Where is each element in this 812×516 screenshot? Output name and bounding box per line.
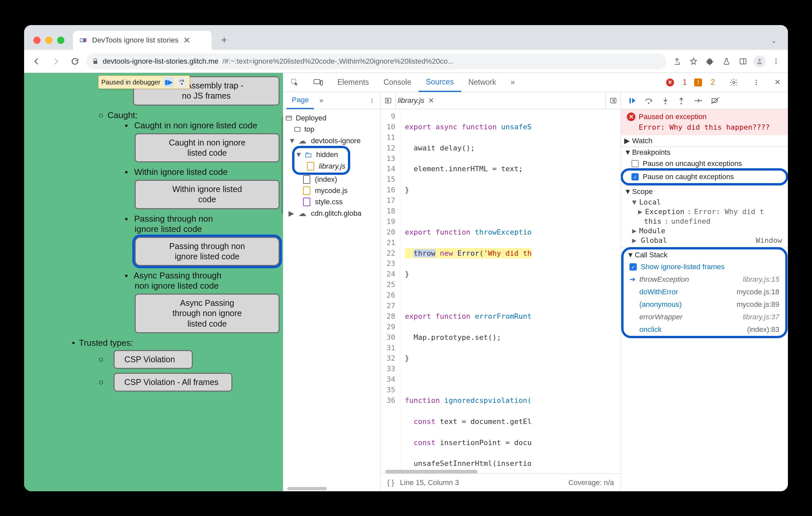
svg-rect-23	[630, 98, 631, 103]
checkbox-unchecked-icon[interactable]	[632, 160, 639, 167]
share-icon[interactable]	[670, 54, 684, 69]
deployed-icon	[285, 115, 292, 122]
sources-editor: library.js ✕ 910111213141516171819202122…	[381, 92, 621, 491]
inspect-icon[interactable]	[283, 73, 306, 92]
call-stack-frame[interactable]: doWithError mycode.js:18	[624, 286, 785, 298]
step-over-icon[interactable]	[645, 97, 653, 104]
pause-on-uncaught-row[interactable]: Pause on uncaught exceptions	[621, 158, 788, 169]
page-scrollbar-thumb[interactable]	[282, 116, 283, 215]
async-passing-heading-l2: non ignore listed code	[135, 281, 280, 291]
within-ignore-heading: Within ignore listed code	[125, 167, 280, 177]
call-stack-frame[interactable]: errorWrapper library.js:37	[624, 311, 785, 323]
call-stack-frame[interactable]: onclick (index):83	[624, 323, 785, 336]
tab-console[interactable]: Console	[376, 73, 418, 92]
step-icon[interactable]	[694, 97, 702, 104]
labs-icon[interactable]	[719, 54, 734, 69]
csp-violation-item: CSP Violation	[98, 348, 280, 371]
chrome-menu-icon[interactable]	[769, 54, 783, 69]
code-lines[interactable]: export async function unsafeS await dela…	[400, 109, 532, 474]
call-stack-section[interactable]: ▼Call Stack	[624, 249, 785, 261]
browser-tab[interactable]: DevTools ignore list stories ✕	[73, 31, 211, 50]
pretty-print-icon[interactable]: { }	[387, 478, 394, 487]
forward-button[interactable]	[48, 54, 64, 69]
debugger-step-icon[interactable]	[177, 77, 187, 87]
svg-point-12	[733, 81, 735, 84]
new-tab-button[interactable]: +	[215, 31, 233, 49]
passing-through-button[interactable]: Passing through non ignore listed code	[135, 237, 280, 266]
reload-button[interactable]	[67, 54, 83, 69]
step-into-icon[interactable]	[662, 97, 669, 104]
collapse-debugger-icon[interactable]	[605, 92, 620, 109]
devtools-menu-icon[interactable]	[745, 73, 767, 92]
scope-section[interactable]: ▼Scope	[621, 186, 788, 197]
debugger-resume-icon[interactable]: ▮▶	[164, 77, 174, 87]
step-out-icon[interactable]	[678, 97, 685, 104]
call-stack-frame[interactable]: (anonymous) mycode.js:89	[624, 298, 785, 311]
checkbox-checked-icon[interactable]: ✓	[632, 173, 639, 180]
csp-violation-button[interactable]: CSP Violation	[114, 350, 193, 369]
device-toolbar-icon[interactable]	[306, 73, 330, 92]
deactivate-breakpoints-icon[interactable]	[710, 97, 720, 104]
caught-heading: Caught:	[98, 110, 280, 120]
tab-sources[interactable]: Sources	[418, 73, 461, 92]
svg-point-16	[372, 98, 373, 99]
within-ignore-button[interactable]: Within ignore listed code	[135, 180, 280, 209]
paused-in-debugger-chip: Paused in debugger ▮▶	[98, 75, 190, 89]
call-stack-frame[interactable]: ➔ throwException library.js:15	[624, 273, 785, 286]
tree-file-mycode[interactable]: mycode.js	[285, 185, 378, 196]
cloud-icon	[297, 209, 308, 218]
tree-file-library[interactable]: library.js	[295, 161, 345, 172]
breakpoints-section[interactable]: ▼Breakpoints	[621, 147, 788, 158]
error-count-badge[interactable]: ✕ 1	[659, 73, 694, 92]
navigator-more-icon[interactable]: »	[314, 92, 328, 109]
tree-domain[interactable]: ▼ devtools-ignore	[285, 135, 378, 147]
close-window-button[interactable]	[33, 37, 40, 44]
favicon-icon	[79, 36, 87, 44]
navigator-scrollbar[interactable]	[283, 486, 380, 491]
editor-scrollbar[interactable]	[381, 469, 620, 474]
csp-violation-all-button[interactable]: CSP Violation - All frames	[114, 373, 232, 392]
maximize-window-button[interactable]	[57, 37, 64, 44]
tree-file-index[interactable]: (index)	[285, 174, 378, 185]
collapse-navigator-icon[interactable]	[381, 92, 396, 109]
tab-network[interactable]: Network	[461, 73, 503, 92]
tree-file-style[interactable]: style.css	[285, 196, 378, 208]
svg-point-24	[648, 102, 649, 103]
file-tab-library[interactable]: library.js ✕	[396, 92, 436, 109]
close-devtools-icon[interactable]: ✕	[767, 73, 788, 92]
svg-point-13	[756, 80, 757, 81]
paused-title: Paused on exception	[639, 113, 707, 121]
tab-elements[interactable]: Elements	[330, 73, 376, 92]
code-editor[interactable]: 9101112131415161718192021222324252627282…	[381, 109, 620, 474]
current-frame-arrow-icon: ➔	[630, 275, 635, 284]
async-passing-button[interactable]: Async Passing through non ignore listed …	[135, 294, 280, 333]
settings-icon[interactable]	[722, 73, 745, 92]
extensions-icon[interactable]	[703, 54, 717, 69]
show-ignored-frames-row[interactable]: ✓ Show ignore-listed frames	[624, 261, 785, 273]
side-panel-icon[interactable]	[736, 54, 750, 69]
profile-avatar[interactable]	[752, 54, 767, 69]
debugger-sidebar: ✕ Paused on exception Error: Why did thi…	[621, 92, 788, 491]
tabs-dropdown-icon[interactable]: ⌄	[771, 37, 783, 50]
paused-chip-label: Paused in debugger	[102, 79, 161, 86]
paused-on-exception-banner: ✕ Paused on exception Error: Why did thi…	[621, 109, 788, 135]
address-bar[interactable]: devtools-ignore-list-stories.glitch.me/#…	[86, 54, 666, 69]
tree-folder-hidden[interactable]: ▼ hidden	[295, 149, 345, 161]
bookmark-icon[interactable]	[686, 54, 701, 69]
close-file-icon[interactable]: ✕	[428, 96, 434, 105]
caught-non-ignore-button[interactable]: Caught in non ignore listed code	[135, 133, 280, 163]
close-tab-icon[interactable]: ✕	[183, 35, 191, 45]
watch-section[interactable]: ▶Watch	[621, 135, 788, 147]
tree-domain-cdn[interactable]: ▶ cdn.glitch.globa	[285, 208, 378, 219]
minimize-window-button[interactable]	[45, 37, 53, 44]
more-tabs-icon[interactable]: »	[503, 73, 522, 92]
navigator-page-tab[interactable]: Page	[287, 92, 314, 109]
navigator-menu-icon[interactable]	[364, 92, 380, 109]
tree-deployed[interactable]: Deployed	[285, 113, 378, 124]
checkbox-checked-icon[interactable]: ✓	[630, 263, 637, 271]
warn-count-badge[interactable]: ! 2	[694, 73, 722, 92]
resume-icon[interactable]	[628, 97, 636, 104]
back-button[interactable]	[29, 54, 45, 69]
tree-top[interactable]: top	[285, 124, 378, 135]
pause-on-caught-row[interactable]: ✓ Pause on caught exceptions	[623, 171, 786, 182]
